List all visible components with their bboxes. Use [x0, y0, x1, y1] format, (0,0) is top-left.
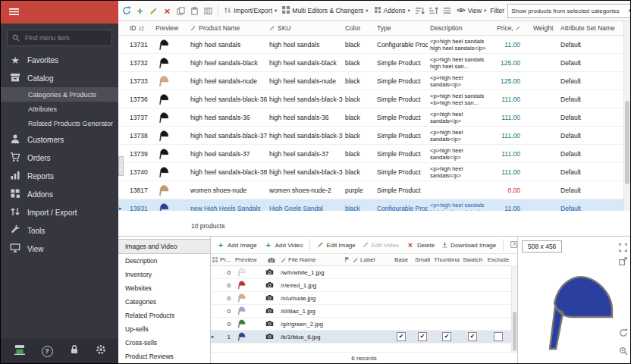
tab-related-products[interactable]: Related Products	[118, 309, 210, 322]
delete-image-button[interactable]: × Delete	[404, 240, 436, 249]
col-image-preview[interactable]: Preview	[234, 256, 264, 263]
category-filter-select[interactable]: Show products from selected categories▾	[507, 4, 630, 18]
col-preview[interactable]: Preview	[153, 24, 188, 32]
sidebar-item-orders[interactable]: Orders	[1, 149, 118, 167]
col-exclude[interactable]: Exclude	[485, 256, 512, 263]
sidebar-item-import-export[interactable]: Import / Export	[1, 203, 118, 221]
tab-description[interactable]: Description	[118, 254, 210, 268]
image-row[interactable]: 0/w/h/white_1.jpg	[211, 266, 512, 279]
col-sku[interactable]: SKU	[267, 24, 343, 32]
sidebar-item-catalog[interactable]: Catalog	[1, 69, 118, 87]
group-rows-icon[interactable]	[441, 5, 453, 17]
refresh-button[interactable]	[121, 5, 132, 17]
checkbox[interactable]	[494, 332, 503, 341]
sidebar-item-tools[interactable]: Tools	[1, 221, 118, 240]
view-menu[interactable]: View▾	[455, 7, 488, 15]
pos-terminal-icon[interactable]	[14, 344, 26, 358]
image-row[interactable]: 0/n/u/nude.jpg	[211, 292, 512, 305]
help-icon[interactable]: ?	[42, 346, 53, 357]
tab-cross-sells[interactable]: Cross-sells	[118, 336, 210, 350]
multi-editors-menu[interactable]: Multi Editors & Changers▾	[281, 6, 369, 15]
rotate-icon[interactable]	[619, 327, 628, 340]
col-thumbnail[interactable]: Thumbna	[433, 256, 460, 263]
scrollbar-thumb[interactable]	[625, 101, 629, 184]
add-image-button[interactable]: + Add Image	[215, 240, 259, 249]
tab-inventory[interactable]: Inventory	[118, 268, 210, 281]
product-row-13732[interactable]: 13732high heel sandals-blackhigh heel sa…	[118, 54, 624, 72]
col-flag[interactable]	[342, 256, 351, 263]
products-grid-scrollbar[interactable]	[623, 21, 630, 211]
checkbox[interactable]: ✔	[442, 332, 451, 341]
col-swatch[interactable]: Swatch	[460, 256, 485, 263]
import-export-menu[interactable]: Import/Export▾	[222, 6, 278, 16]
col-label[interactable]: Label	[351, 256, 391, 263]
row-expander[interactable]: ▸	[118, 206, 127, 212]
checkbox[interactable]: ✔	[418, 332, 427, 341]
sidebar-item-reports[interactable]: Reports	[1, 167, 118, 185]
sort-desc-icon[interactable]	[428, 5, 439, 17]
download-image-button[interactable]: Download Image	[440, 241, 498, 249]
lock-icon[interactable]	[69, 344, 80, 358]
col-type[interactable]: Type	[375, 24, 428, 32]
edit-button[interactable]	[148, 5, 159, 17]
sidebar-item-attributes[interactable]: Attributes	[1, 102, 118, 116]
add-video-button[interactable]: + Add Video	[262, 240, 305, 249]
paste-icon[interactable]	[189, 5, 200, 17]
product-row-13739[interactable]: 13739high heel sandals-37high heel sanda…	[118, 145, 624, 163]
product-row-13738[interactable]: 13738high heel sandals-black-37high heel…	[118, 127, 624, 145]
panel-collapse-handle[interactable]	[118, 156, 124, 176]
hamburger-menu-icon[interactable]	[8, 5, 20, 19]
sidebar-item-customers[interactable]: Customers	[1, 130, 118, 149]
tab-product-reviews[interactable]: Product Reviews	[118, 350, 210, 363]
col-attribute-set[interactable]: Attribute Set Name	[558, 24, 624, 32]
product-row-13740[interactable]: 13740high heel sandals-black-38high heel…	[118, 163, 624, 181]
product-row-13737[interactable]: 13737high heel sandals-36high heel sanda…	[118, 108, 624, 127]
fullscreen-icon[interactable]	[619, 241, 627, 255]
zoom-icon[interactable]	[619, 345, 628, 359]
col-weight[interactable]: Weight	[531, 24, 558, 32]
tab-websites[interactable]: Websites	[118, 281, 210, 295]
sort-asc-icon[interactable]	[414, 5, 425, 17]
edit-video-button[interactable]: Edit Video	[361, 241, 400, 249]
addons-menu[interactable]: Addons▾	[372, 6, 412, 15]
col-price[interactable]: Price,	[494, 24, 531, 32]
col-id[interactable]: ID	[127, 24, 153, 32]
col-file-name[interactable]: File Name	[279, 256, 342, 263]
sidebar-item-view[interactable]: View	[1, 240, 118, 258]
col-small[interactable]: Small	[412, 256, 433, 263]
image-row[interactable]: 0/l/i/lilac_1.jpg	[211, 305, 512, 318]
row-expander[interactable]: ▸	[211, 334, 218, 340]
product-row-13931[interactable]: ▸13931new High Heels SandalsHigh Geels S…	[118, 199, 624, 211]
col-color[interactable]: Color	[343, 24, 375, 32]
image-row[interactable]: ▸1/b/1/blue_6.jpg✔✔✔✔	[211, 331, 512, 344]
preview-image[interactable]	[521, 253, 618, 359]
product-row-13733[interactable]: 13733high heel sandals-nudehigh heel san…	[118, 72, 624, 90]
checkbox[interactable]: ✔	[397, 332, 406, 341]
col-camera[interactable]	[264, 257, 279, 263]
sidebar-item-related-products-generator[interactable]: Related Products Generator	[1, 116, 118, 130]
sidebar-item-favorites[interactable]: ★ Favorites	[1, 51, 118, 69]
product-row-13736[interactable]: 13736high heel sandals-black-36high heel…	[118, 90, 624, 108]
sidebar-search[interactable]	[7, 30, 112, 46]
columns-icon[interactable]	[202, 5, 214, 17]
image-row[interactable]: 0/g/r/green_2.jpg	[211, 318, 512, 331]
delete-button[interactable]: ×	[162, 5, 173, 17]
product-row-13731[interactable]: 13731high heel sandalshigh heel sandalsb…	[118, 36, 624, 54]
tab-images-and-video[interactable]: Images and Video	[118, 239, 210, 254]
set-resize-rule-button[interactable]: Set Resize Rule	[509, 241, 517, 249]
gear-icon[interactable]	[96, 344, 106, 358]
scrollbar-thumb[interactable]	[513, 312, 516, 351]
tab-categories[interactable]: Categories	[118, 295, 210, 309]
image-row[interactable]: 0/r/e/red_1.jpg	[211, 279, 512, 292]
col-product-name[interactable]: Product Name	[188, 24, 267, 32]
col-description[interactable]: Description	[428, 24, 494, 32]
copy-icon[interactable]	[175, 5, 187, 17]
sidebar-item-addons[interactable]: Addons	[1, 185, 118, 203]
add-product-button[interactable]: +	[134, 5, 146, 17]
product-row-13817[interactable]: 13817women shoes-nudewomen shoes-nude-2p…	[118, 181, 624, 199]
col-position[interactable]: Pr...	[218, 256, 234, 263]
checkbox[interactable]: ✔	[468, 332, 477, 341]
sidebar-item-categories-products[interactable]: Categories & Products	[1, 87, 118, 102]
tab-up-sells[interactable]: Up-sells	[118, 322, 210, 336]
search-input[interactable]	[24, 33, 107, 42]
